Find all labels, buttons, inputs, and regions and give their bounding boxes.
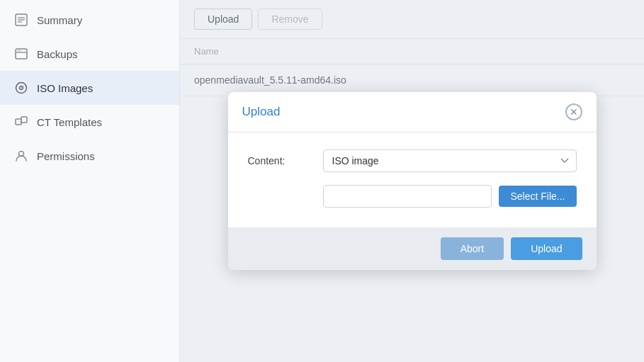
sidebar-item-label-permissions: Permissions bbox=[37, 150, 95, 162]
modal-close-button[interactable]: ✕ bbox=[565, 103, 582, 120]
file-input[interactable] bbox=[323, 185, 492, 208]
content-row: Content: ISO image Disk Image Archive bbox=[248, 149, 577, 172]
sidebar-item-label-ct: CT Templates bbox=[37, 116, 102, 128]
sidebar-item-ct-templates[interactable]: CT Templates bbox=[0, 105, 179, 139]
content-select[interactable]: ISO image Disk Image Archive bbox=[323, 149, 577, 172]
select-file-button[interactable]: Select File... bbox=[499, 186, 576, 207]
svg-rect-11 bbox=[16, 119, 21, 125]
svg-rect-4 bbox=[16, 49, 27, 59]
modal-header: Upload ✕ bbox=[228, 92, 597, 132]
sidebar-item-permissions[interactable]: Permissions bbox=[0, 139, 179, 173]
close-icon: ✕ bbox=[570, 107, 578, 117]
modal-overlay: Upload ✕ Content: ISO image Disk Image A… bbox=[180, 0, 644, 362]
sidebar-item-label-summary: Summary bbox=[37, 14, 82, 26]
modal-title: Upload bbox=[242, 105, 281, 119]
modal-body: Content: ISO image Disk Image Archive Se… bbox=[228, 132, 597, 227]
svg-point-7 bbox=[19, 50, 21, 52]
sidebar-item-label-iso: ISO Images bbox=[37, 82, 93, 94]
svg-point-10 bbox=[21, 87, 22, 89]
sidebar: Summary Backups ISO Images bbox=[0, 0, 180, 362]
abort-button[interactable]: Abort bbox=[441, 237, 504, 260]
backups-icon bbox=[14, 47, 28, 61]
sidebar-item-summary[interactable]: Summary bbox=[0, 3, 179, 37]
content-label: Content: bbox=[248, 155, 312, 166]
main-content: Upload Remove Name openmediavault_5.5.11… bbox=[180, 0, 644, 362]
sidebar-item-backups[interactable]: Backups bbox=[0, 37, 179, 71]
sidebar-item-label-backups: Backups bbox=[37, 48, 78, 60]
file-row: Select File... bbox=[248, 185, 577, 208]
sidebar-item-iso-images[interactable]: ISO Images bbox=[0, 71, 179, 105]
svg-rect-12 bbox=[21, 117, 27, 123]
summary-icon bbox=[14, 13, 28, 27]
upload-modal: Upload ✕ Content: ISO image Disk Image A… bbox=[228, 92, 597, 270]
modal-upload-button[interactable]: Upload bbox=[511, 237, 582, 260]
iso-icon bbox=[14, 81, 28, 95]
permissions-icon bbox=[14, 149, 28, 163]
modal-footer: Abort Upload bbox=[228, 227, 597, 270]
svg-point-6 bbox=[18, 50, 19, 52]
ct-icon bbox=[14, 115, 28, 129]
